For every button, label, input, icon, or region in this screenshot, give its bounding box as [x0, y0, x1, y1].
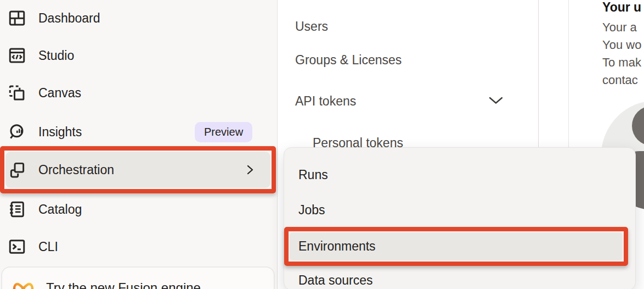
catalog-icon	[8, 200, 26, 219]
profile-body-line: You wo	[602, 36, 641, 54]
fusion-engine-banner[interactable]: Try the new Fusion engine	[1, 266, 275, 289]
sidebar-item-label: Insights	[38, 125, 82, 140]
sidebar-item-label: Dashboard	[38, 11, 100, 26]
avatar-head	[632, 106, 644, 146]
dashboard-icon	[8, 9, 26, 27]
flyout-item-jobs[interactable]: Jobs	[298, 203, 325, 218]
cli-icon	[8, 237, 26, 256]
profile-body-line: To mak	[602, 54, 641, 71]
sidebar-item-dashboard[interactable]: Dashboard	[0, 7, 277, 29]
sidebar-item-canvas[interactable]: Canvas	[0, 82, 277, 104]
sidebar-item-cli[interactable]: CLI	[0, 236, 277, 258]
sidebar-item-studio[interactable]: Studio	[0, 45, 277, 66]
settings-item-groups-licenses[interactable]: Groups & Licenses	[295, 53, 402, 68]
canvas-icon	[8, 84, 26, 102]
sidebar-item-label: Studio	[38, 48, 74, 63]
profile-body-line: contac	[602, 71, 638, 89]
flyout-item-environments[interactable]: Environments	[290, 232, 623, 260]
sidebar-item-catalog[interactable]: Catalog	[0, 198, 277, 220]
profile-heading: Your u	[602, 0, 641, 15]
sidebar-item-orchestration[interactable]: Orchestration	[5, 152, 270, 188]
environments-annotation-box: Environments	[284, 227, 628, 266]
chevron-down-icon[interactable]	[488, 96, 504, 107]
studio-icon	[8, 46, 26, 65]
fusion-infinity-icon	[11, 279, 36, 289]
orchestration-icon	[8, 160, 26, 179]
insights-icon	[8, 123, 26, 141]
flyout-item-runs[interactable]: Runs	[298, 168, 328, 182]
settings-item-users[interactable]: Users	[295, 19, 328, 34]
main-sidebar: Dashboard Studio Canvas	[0, 0, 278, 289]
profile-body-line: Your a	[602, 19, 637, 36]
sidebar-item-label: Orchestration	[38, 163, 114, 177]
chevron-right-icon	[246, 164, 255, 176]
settings-item-api-tokens[interactable]: API tokens	[295, 94, 356, 109]
flyout-item-label: Environments	[298, 239, 376, 254]
preview-badge: Preview	[195, 122, 252, 142]
orchestration-annotation-box: Orchestration	[0, 146, 276, 193]
fusion-banner-label: Try the new Fusion engine	[46, 280, 201, 289]
sidebar-item-label: Catalog	[38, 202, 82, 217]
sidebar-item-label: Canvas	[38, 86, 81, 101]
flyout-item-data-sources[interactable]: Data sources	[298, 273, 373, 288]
sidebar-item-label: CLI	[38, 240, 58, 254]
orchestration-flyout-menu: Runs Jobs Environments Data sources	[284, 147, 636, 289]
